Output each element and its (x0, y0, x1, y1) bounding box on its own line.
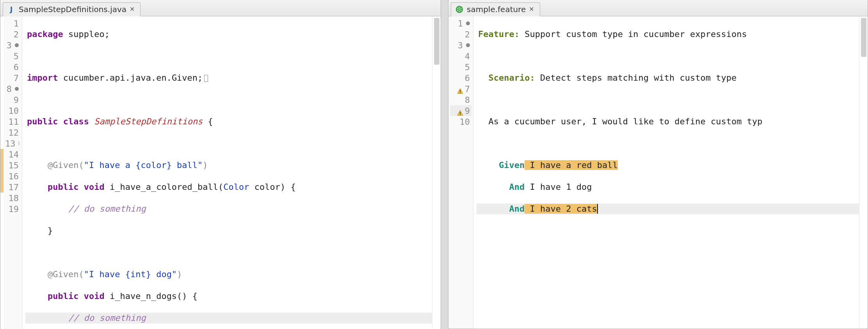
svg-rect-13 (460, 114, 461, 115)
step-keyword: And (478, 204, 525, 214)
keyword: public (27, 117, 58, 126)
scroll-thumb[interactable] (861, 18, 866, 57)
scroll-thumb[interactable] (434, 18, 439, 65)
annotation: @Given( (27, 160, 84, 170)
warning-icon[interactable] (457, 108, 463, 114)
string: "I have a {color} ball" (84, 160, 203, 170)
tabbar-left: J SampleStepDefinitions.java ✕ (0, 0, 441, 16)
text: As a cucumber user, I would like to defi… (478, 117, 762, 126)
close-icon[interactable]: ✕ (130, 5, 135, 13)
svg-point-5 (457, 9, 458, 11)
overview-ruler[interactable] (432, 16, 441, 329)
svg-point-6 (457, 7, 458, 9)
fold-marker-icon[interactable] (466, 43, 470, 47)
fold-marker-icon[interactable] (15, 87, 19, 91)
keyword: import (27, 73, 58, 83)
text: ) (203, 160, 208, 170)
keyword: public void (27, 291, 105, 301)
text: I have 1 dog (525, 182, 592, 192)
string: "I have {int} dog" (84, 269, 177, 279)
scenario-keyword: Scenario: (478, 73, 535, 83)
cucumber-file-icon (455, 5, 464, 14)
tab-feature-file[interactable]: sample.feature ✕ (451, 2, 540, 16)
svg-rect-12 (460, 112, 461, 114)
svg-rect-10 (460, 92, 461, 93)
text: } (27, 226, 53, 235)
annotation: @Given( (27, 269, 84, 279)
code-area[interactable]: package suppleo; import cucumber.api.jav… (22, 16, 432, 329)
editor-pane-right: sample.feature ✕ 1 2 3 4 5 6 7 8 9 10 Fe… (448, 0, 868, 329)
text: cucumber.api.java.en.Given; (58, 73, 203, 83)
svg-point-2 (461, 7, 462, 9)
text: suppleo; (63, 29, 110, 39)
text: { (203, 117, 213, 126)
java-file-icon: J (7, 5, 16, 14)
fold-marker-icon[interactable] (15, 43, 19, 47)
svg-point-4 (459, 11, 460, 12)
line-gutter: 1 2 3 4 5 6 7 8 9 10 (448, 16, 473, 329)
editor-left[interactable]: 1 2 3 5 6 7 8 9 10 11 12 13 14 15 16 17 … (0, 16, 441, 329)
svg-point-1 (459, 7, 460, 8)
editor-right[interactable]: 1 2 3 4 5 6 7 8 9 10 Feature: Support cu… (448, 16, 868, 329)
text: color) { (249, 182, 296, 192)
method-name: i_have_a_colored_ball( (105, 182, 224, 192)
highlighted-step: I have a red ball (525, 160, 617, 170)
pane-divider[interactable] (441, 0, 448, 329)
fold-marker-icon[interactable] (19, 142, 19, 145)
tab-java-file[interactable]: J SampleStepDefinitions.java ✕ (3, 2, 141, 16)
class-name: SampleStepDefinitions (94, 117, 203, 126)
comment: // do something (27, 204, 146, 214)
svg-rect-9 (460, 90, 461, 92)
fold-marker-icon[interactable] (466, 21, 470, 25)
editor-pane-left: J SampleStepDefinitions.java ✕ 1 2 3 5 6… (0, 0, 441, 329)
comment: // do something (27, 313, 146, 323)
highlighted-step: I have 2 cats (525, 204, 598, 214)
step-keyword: And (478, 182, 525, 192)
method-name: i_have_n_dogs() { (105, 291, 197, 301)
tab-label: SampleStepDefinitions.java (19, 5, 126, 14)
text: Detect steps matching with custom type (535, 73, 737, 83)
feature-keyword: Feature: (478, 29, 519, 39)
tabbar-right: sample.feature ✕ (448, 0, 868, 16)
ime-placeholder-icon (204, 75, 208, 82)
close-icon[interactable]: ✕ (529, 5, 534, 13)
tab-label: sample.feature (467, 5, 526, 14)
type: Color (223, 182, 249, 192)
change-marker-column (0, 16, 4, 329)
keyword: class (63, 117, 89, 126)
text: ) (177, 269, 182, 279)
text: Support custom type in cucumber expressi… (519, 29, 747, 39)
step-keyword: Given (478, 160, 525, 170)
svg-point-3 (461, 9, 462, 11)
ide-workspace: J SampleStepDefinitions.java ✕ 1 2 3 5 6… (0, 0, 868, 329)
warning-icon[interactable] (457, 86, 463, 92)
overview-ruler[interactable] (859, 16, 868, 329)
line-gutter: 1 2 3 5 6 7 8 9 10 11 12 13 14 15 16 17 … (4, 16, 22, 329)
keyword: package (27, 29, 63, 39)
code-area[interactable]: Feature: Support custom type in cucumber… (473, 16, 859, 329)
svg-point-7 (459, 9, 460, 10)
keyword: public void (27, 182, 105, 192)
